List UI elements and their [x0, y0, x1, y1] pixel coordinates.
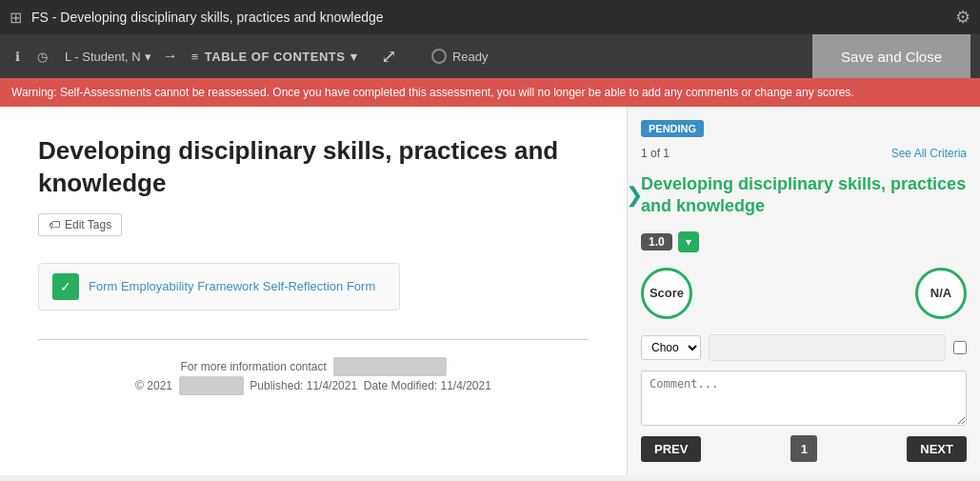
- history-button[interactable]: ◷: [31, 46, 53, 68]
- pending-badge: PENDING: [641, 120, 704, 137]
- divider: [38, 339, 589, 340]
- choo-select[interactable]: Choo: [641, 335, 701, 360]
- circles-row: Score N/A: [641, 268, 967, 319]
- student-selector[interactable]: L - Student, N ▾: [59, 46, 157, 68]
- toc-label: TABLE OF CONTENTS: [205, 50, 346, 64]
- page-number-badge: 1: [790, 435, 817, 462]
- info-button[interactable]: ℹ: [10, 46, 26, 68]
- expand-icon: ⤢: [381, 46, 397, 67]
- student-label: L - Student, N: [65, 50, 141, 64]
- score-pill: 1.0: [641, 233, 672, 251]
- score-circle-label: Score: [650, 286, 684, 300]
- expand-button[interactable]: ⤢: [371, 41, 407, 71]
- edit-tags-label: Edit Tags: [65, 218, 111, 231]
- ready-label: Ready: [452, 50, 489, 64]
- next-button[interactable]: NEXT: [907, 436, 967, 462]
- toolbar: ℹ ◷ L - Student, N ▾ → ≡ TABLE OF CONTEN…: [0, 34, 980, 78]
- grid-icon[interactable]: ⊞: [10, 9, 22, 27]
- na-circle-label: N/A: [930, 286, 951, 300]
- main-content: Developing disciplinary skills, practice…: [0, 107, 980, 475]
- form-icon: ✓: [52, 273, 79, 300]
- chevron-down-icon: ▾: [145, 50, 151, 64]
- ready-section: Ready: [412, 49, 508, 64]
- footer-modified: Date Modified: 11/4/2021: [364, 379, 491, 392]
- score-row: 1.0 ▾: [641, 231, 967, 252]
- criteria-count: 1 of 1: [641, 147, 670, 160]
- score-text-input[interactable]: [709, 334, 946, 361]
- score-dropdown-button[interactable]: ▾: [678, 231, 699, 252]
- app-title: FS - Developing disciplinary skills, pra…: [31, 10, 946, 25]
- tag-icon: 🏷: [49, 218, 60, 231]
- footer-text: For more information contact ███████████…: [38, 357, 589, 396]
- form-link-row: ✓ Form Employability Framework Self-Refl…: [38, 263, 400, 311]
- toc-icon: ≡: [191, 50, 199, 64]
- arrow-icon: →: [163, 48, 178, 65]
- panel-toggle-chevron[interactable]: ❯: [626, 183, 643, 207]
- left-panel-wrapper: Developing disciplinary skills, practice…: [0, 107, 628, 475]
- title-bar: ⊞ FS - Developing disciplinary skills, p…: [0, 0, 980, 34]
- footer-year: © 2021: [135, 379, 172, 392]
- warning-bar: Warning: Self-Assessments cannot be reas…: [0, 78, 980, 107]
- history-icon: ◷: [37, 50, 48, 64]
- see-all-criteria-link[interactable]: See All Criteria: [891, 147, 967, 160]
- prev-button[interactable]: PREV: [641, 436, 701, 462]
- info-icon: ℹ: [15, 50, 20, 64]
- edit-tags-button[interactable]: 🏷 Edit Tags: [38, 213, 122, 236]
- footer-contact-label: For more information contact: [180, 360, 326, 373]
- criteria-header: 1 of 1 See All Criteria: [641, 147, 967, 160]
- criteria-title: Developing disciplinary skills, practice…: [641, 173, 967, 218]
- footer-contact-blurred: ██████████████: [333, 357, 447, 376]
- controls-row: Choo: [641, 334, 967, 361]
- toc-drop-icon: ▾: [350, 50, 358, 64]
- na-checkbox[interactable]: [953, 341, 967, 354]
- page-title: Developing disciplinary skills, practice…: [38, 135, 589, 200]
- ready-circle-icon: [431, 49, 447, 64]
- right-panel: PENDING 1 of 1 See All Criteria Developi…: [628, 107, 980, 475]
- form-link[interactable]: Form Employability Framework Self-Reflec…: [89, 279, 375, 293]
- na-circle[interactable]: N/A: [915, 268, 967, 319]
- gear-icon[interactable]: ⚙: [955, 7, 970, 28]
- footer-published: Published: 11/4/2021: [250, 379, 357, 392]
- nav-row: PREV 1 NEXT: [641, 435, 967, 462]
- comment-textarea[interactable]: [641, 371, 967, 426]
- score-circle[interactable]: Score: [641, 268, 692, 319]
- left-panel: Developing disciplinary skills, practice…: [0, 107, 628, 475]
- footer-org-blurred: ████████: [179, 376, 244, 395]
- toc-button[interactable]: ≡ TABLE OF CONTENTS ▾: [184, 46, 366, 68]
- warning-text: Warning: Self-Assessments cannot be reas…: [11, 86, 854, 99]
- save-close-button[interactable]: Save and Close: [812, 34, 970, 78]
